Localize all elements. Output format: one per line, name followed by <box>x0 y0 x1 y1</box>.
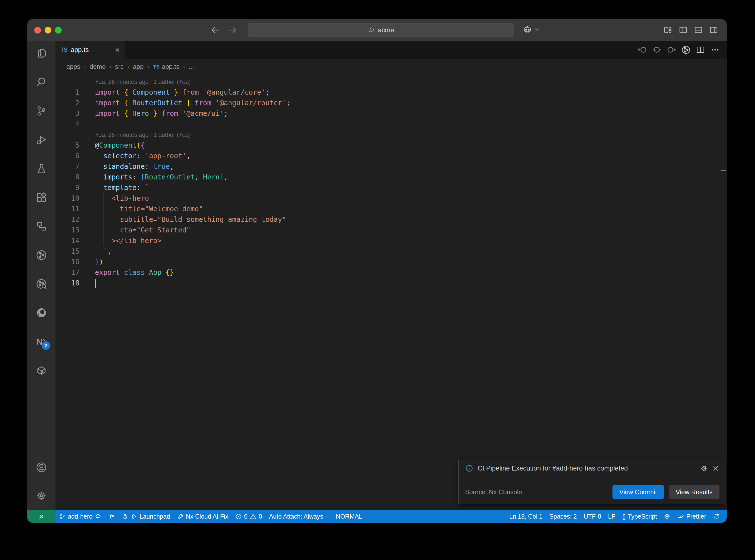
toggle-primary-sidebar-icon[interactable] <box>679 25 688 35</box>
code-line[interactable]: 5@Component({ <box>56 140 727 151</box>
vim-mode-status[interactable]: -- NORMAL -- <box>326 510 371 523</box>
activity-item-extensions[interactable] <box>36 192 47 203</box>
zoom-window-button[interactable] <box>55 27 62 34</box>
dblcheck-icon <box>677 513 684 520</box>
eol[interactable]: LF <box>604 510 619 523</box>
activity-item-testing[interactable] <box>36 163 47 174</box>
breadcrumb-file[interactable]: TSapp.ts <box>153 63 179 71</box>
remote-icon <box>38 513 45 520</box>
activity-item-run-and-debug[interactable] <box>36 134 47 145</box>
code-line[interactable]: 14 ></lib-hero> <box>56 235 727 246</box>
text-cursor <box>95 279 96 288</box>
toggle-panel-icon[interactable] <box>694 25 703 35</box>
activity-item-source-control[interactable] <box>36 105 47 117</box>
nx-cloud-status[interactable]: Nx Cloud AI Fix <box>174 510 232 523</box>
close-tab-icon[interactable]: × <box>115 46 120 54</box>
tab-app-ts[interactable]: TS app.ts × <box>56 41 125 59</box>
more-actions-icon[interactable] <box>710 45 720 55</box>
toggle-secondary-sidebar-icon[interactable] <box>709 25 718 35</box>
activity-item-search[interactable] <box>36 76 47 88</box>
code-line[interactable]: 6 selector: 'app-root', <box>56 151 727 161</box>
forksearch-icon <box>36 278 47 289</box>
breadcrumb-item[interactable]: src <box>115 63 123 71</box>
remote-indicator[interactable] <box>27 510 56 523</box>
activity-item-containers[interactable] <box>36 365 47 376</box>
breadcrumb-item[interactable]: demo <box>90 63 105 71</box>
activity-bar-top: 2 <box>36 47 47 376</box>
code-line[interactable]: 17export class App {} <box>56 267 727 278</box>
line-number: 14 <box>56 235 79 246</box>
auto-attach-status[interactable]: Auto Attach: Always <box>265 510 327 523</box>
activity-item-source-control-graph[interactable] <box>36 249 47 261</box>
view-commit-button[interactable]: View Commit <box>613 485 664 499</box>
activity-item-nx-console[interactable]: 2 <box>36 336 47 347</box>
code-line[interactable]: 7 standalone: true, <box>56 161 727 172</box>
line-number: 18 <box>56 278 79 288</box>
chevron-down-icon <box>534 27 539 32</box>
breadcrumb-tail[interactable]: ... <box>188 63 194 71</box>
error-icon <box>235 513 242 520</box>
formatter-status[interactable]: Prettier <box>674 510 710 523</box>
next-change-icon[interactable] <box>667 45 676 55</box>
code-line[interactable]: 13 cta="Get Started" <box>56 225 727 235</box>
activity-item-settings[interactable] <box>36 490 47 501</box>
code-line[interactable]: 12 subtitle="Build something amazing tod… <box>56 214 727 225</box>
minimize-window-button[interactable] <box>45 27 51 34</box>
code-line[interactable]: 9 template: ` <box>56 182 727 193</box>
source-control-graph-icon[interactable] <box>681 45 691 55</box>
code-line[interactable]: 18 <box>56 278 727 288</box>
breadcrumb-separator: › <box>183 63 185 70</box>
line-number: 8 <box>56 172 79 182</box>
indentation[interactable]: Spaces: 2 <box>546 510 580 523</box>
problems-status[interactable]: 00 <box>232 510 265 523</box>
branch-status[interactable]: add-hero <box>56 510 105 523</box>
branch-icon <box>36 105 47 117</box>
notification-settings-gear-icon[interactable] <box>700 465 708 472</box>
navigate-back-icon[interactable] <box>210 25 220 35</box>
code-line[interactable]: 10 <lib-hero <box>56 193 727 204</box>
code-line[interactable]: 16}) <box>56 257 727 267</box>
indent-guide <box>112 204 112 235</box>
code-line[interactable]: 15 `, <box>56 246 727 257</box>
current-change-icon[interactable] <box>652 45 661 55</box>
activity-item-edge-tools[interactable] <box>36 307 47 318</box>
search-input[interactable]: acme <box>248 23 514 37</box>
encoding[interactable]: UTF-8 <box>580 510 604 523</box>
notifications-bell[interactable] <box>710 510 723 523</box>
code-line[interactable]: 1import { Component } from '@angular/cor… <box>56 87 727 98</box>
code-line[interactable]: 2import { RouterOutlet } from '@angular/… <box>56 98 727 108</box>
code-rows: You, 26 minutes ago | 1 author (You)1imp… <box>56 76 727 288</box>
split-editor-icon[interactable] <box>696 45 705 55</box>
cursor-position[interactable]: Ln 18, Col 1 <box>506 510 546 523</box>
activity-item-project-view[interactable] <box>36 221 47 232</box>
previous-change-icon[interactable] <box>638 45 647 55</box>
account-icon <box>36 462 47 473</box>
breadcrumb-item[interactable]: apps <box>66 63 80 71</box>
close-window-button[interactable] <box>34 27 41 34</box>
customize-layout-icon[interactable] <box>663 25 672 35</box>
activity-item-gitlens-inspect[interactable] <box>36 278 47 289</box>
code-editor[interactable]: You, 26 minutes ago | 1 author (You)1imp… <box>56 75 727 510</box>
line-number: 7 <box>56 161 79 172</box>
blame-annotation: You, 26 minutes ago | 1 author (You) <box>95 129 191 140</box>
tab-bar: TS app.ts × <box>56 41 727 59</box>
code-line[interactable]: 4 <box>56 119 727 129</box>
code-line[interactable]: 3import { Hero } from '@acme/ui'; <box>56 108 727 119</box>
breadcrumb: apps›demo›src›app›TSapp.ts›... <box>56 59 727 75</box>
language-mode[interactable]: {}TypeScript <box>619 510 660 523</box>
navigate-forward-icon[interactable] <box>227 25 237 35</box>
copilot-status[interactable] <box>660 510 674 523</box>
notification-close-icon[interactable] <box>712 465 719 472</box>
breadcrumb-item[interactable]: app <box>133 63 143 71</box>
launchpad-status[interactable]: Launchpad <box>118 510 174 523</box>
view-results-button[interactable]: View Results <box>669 485 719 499</box>
graph-status[interactable] <box>105 510 118 523</box>
blame-line: You, 26 minutes ago | 1 author (You) <box>56 76 727 87</box>
activity-item-explorer[interactable] <box>36 47 47 59</box>
copilot-menu[interactable] <box>522 25 539 35</box>
rocket-icon <box>122 513 128 520</box>
code-line[interactable]: 11 title="Welcmoe demo" <box>56 204 727 214</box>
code-line[interactable]: 8 imports: [RouterOutlet, Hero], <box>56 172 727 182</box>
activity-badge: 2 <box>42 341 50 350</box>
activity-item-accounts[interactable] <box>36 462 47 473</box>
